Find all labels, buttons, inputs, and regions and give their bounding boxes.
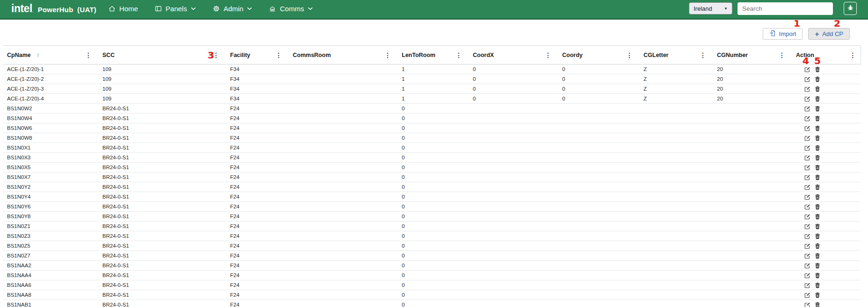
edit-row-icon[interactable] [804,115,810,121]
column-header-coordx[interactable]: CoordX ⋮ [466,46,556,64]
edit-row-icon[interactable] [804,263,810,269]
edit-row-icon[interactable] [804,243,810,249]
table-row[interactable]: BS1NAA8 BR24-0-S1 F24 0 [3,290,861,300]
delete-row-icon[interactable] [815,135,820,141]
table-row[interactable]: BS1N0Z1 BR24-0-S1 F24 0 [3,221,861,231]
table-row[interactable]: BS1NAB1 BR24-0-S1 F24 0 [3,300,861,307]
delete-row-icon[interactable] [815,233,820,239]
delete-row-icon[interactable] [815,194,820,200]
nav-item-comms[interactable]: Comms [269,5,313,13]
column-header-lentoroom[interactable]: LenToRoom ⋮ [395,46,466,64]
table-row[interactable]: BS1N0X7 BR24-0-S1 F24 0 [3,172,861,182]
delete-row-icon[interactable] [815,145,820,151]
delete-row-icon[interactable] [815,214,820,220]
delete-row-icon[interactable] [815,115,820,121]
search-input[interactable] [738,2,833,15]
delete-row-icon[interactable] [815,164,820,171]
add-cp-button[interactable]: + Add CP [808,28,850,40]
column-header-facility[interactable]: Facility ⋮ [224,46,286,64]
bug-report-button[interactable] [844,2,857,15]
delete-row-icon[interactable] [815,223,820,229]
column-header-cgletter[interactable]: CGLetter ⋮ [637,46,710,64]
column-header-commsroom[interactable]: CommsRoom ⋮ [286,46,395,64]
table-row[interactable]: BS1N0W4 BR24-0-S1 F24 0 [3,114,861,123]
edit-row-icon[interactable] [804,292,810,298]
delete-row-icon[interactable] [815,204,820,210]
delete-row-icon[interactable] [815,174,820,180]
table-row[interactable]: BS1N0X1 BR24-0-S1 F24 0 [3,143,861,153]
delete-row-icon[interactable] [815,253,820,259]
edit-row-icon[interactable] [804,302,810,307]
delete-row-icon[interactable] [815,272,820,278]
edit-row-icon[interactable] [804,174,810,180]
delete-row-icon[interactable] [815,106,820,112]
table-row[interactable]: BS1N0Z5 BR24-0-S1 F24 0 [3,241,861,251]
table-row[interactable]: BS1NAA2 BR24-0-S1 F24 0 [3,261,861,271]
delete-row-icon[interactable] [815,76,820,82]
edit-row-icon[interactable] [804,282,810,288]
action-column-menu-icon[interactable]: ⋮ [848,51,858,59]
delete-row-icon[interactable] [815,66,820,72]
nav-item-home[interactable]: Home [108,5,138,13]
table-row[interactable]: ACE-(1-Z/20)-1 109 F34 1 0 0 Z 20 [3,64,861,74]
table-row[interactable]: ACE-(1-Z/20)-4 109 F34 1 0 0 Z 20 [3,94,861,104]
edit-row-icon[interactable] [804,96,810,102]
region-select[interactable]: Ireland ▼ [689,2,732,14]
sort-ascending-icon[interactable]: ↑ [36,51,40,58]
nav-item-admin[interactable]: Admin [213,5,253,13]
edit-row-icon[interactable] [804,135,810,141]
delete-row-icon[interactable] [815,96,820,102]
delete-row-icon[interactable] [815,86,820,92]
edit-row-icon[interactable] [804,155,810,161]
table-row[interactable]: ACE-(1-Z/20)-2 109 F34 1 0 0 Z 20 [3,74,861,84]
cpname-column-menu-icon[interactable]: ⋮ [84,51,93,59]
scc-column-menu-icon[interactable]: ⋮ [211,51,221,59]
delete-row-icon[interactable] [815,292,820,298]
delete-row-icon[interactable] [815,243,820,249]
edit-row-icon[interactable] [804,76,810,82]
table-row[interactable]: BS1N0X3 BR24-0-S1 F24 0 [3,153,861,163]
table-row[interactable]: BS1N0Y2 BR24-0-S1 F24 0 [3,182,861,192]
edit-row-icon[interactable] [804,125,810,131]
column-header-action[interactable]: Action ⋮ [789,46,861,64]
column-header-scc[interactable]: SCC ⋮ [96,46,224,64]
table-row[interactable]: BS1N0Y8 BR24-0-S1 F24 0 [3,212,861,221]
delete-row-icon[interactable] [815,184,820,190]
edit-row-icon[interactable] [804,66,810,72]
edit-row-icon[interactable] [804,164,810,171]
coordx-column-menu-icon[interactable]: ⋮ [543,51,553,59]
edit-row-icon[interactable] [804,272,810,278]
coordy-column-menu-icon[interactable]: ⋮ [625,51,634,59]
edit-row-icon[interactable] [804,253,810,259]
edit-row-icon[interactable] [804,223,810,229]
table-row[interactable]: BS1N0X5 BR24-0-S1 F24 0 [3,163,861,172]
table-row[interactable]: BS1N0Z7 BR24-0-S1 F24 0 [3,251,861,261]
delete-row-icon[interactable] [815,282,820,288]
delete-row-icon[interactable] [815,155,820,161]
column-header-cpname[interactable]: CpName ↑ ⋮ [3,46,96,64]
table-row[interactable]: BS1N0Z3 BR24-0-S1 F24 0 [3,231,861,241]
edit-row-icon[interactable] [804,145,810,151]
delete-row-icon[interactable] [815,263,820,269]
table-row[interactable]: BS1NAA6 BR24-0-S1 F24 0 [3,280,861,290]
table-row[interactable]: BS1N0W2 BR24-0-S1 F24 0 [3,104,861,114]
cgletter-column-menu-icon[interactable]: ⋮ [698,51,708,59]
column-header-cgnumber[interactable]: CGNumber ⋮ [710,46,789,64]
edit-row-icon[interactable] [804,86,810,92]
nav-item-panels[interactable]: Panels [155,5,196,13]
lentoroom-column-menu-icon[interactable]: ⋮ [454,51,463,59]
edit-row-icon[interactable] [804,233,810,239]
import-button[interactable]: Import [763,28,803,40]
edit-row-icon[interactable] [804,204,810,210]
table-row[interactable]: BS1NAA4 BR24-0-S1 F24 0 [3,271,861,280]
delete-row-icon[interactable] [815,125,820,131]
edit-row-icon[interactable] [804,106,810,112]
table-row[interactable]: ACE-(1-Z/20)-3 109 F34 1 0 0 Z 20 [3,84,861,94]
facility-column-menu-icon[interactable]: ⋮ [274,51,283,59]
table-row[interactable]: BS1N0W8 BR24-0-S1 F24 0 [3,133,861,143]
table-row[interactable]: BS1N0W6 BR24-0-S1 F24 0 [3,123,861,133]
delete-row-icon[interactable] [815,302,820,307]
table-row[interactable]: BS1N0Y6 BR24-0-S1 F24 0 [3,202,861,212]
column-header-coordy[interactable]: Coordy ⋮ [556,46,637,64]
edit-row-icon[interactable] [804,194,810,200]
